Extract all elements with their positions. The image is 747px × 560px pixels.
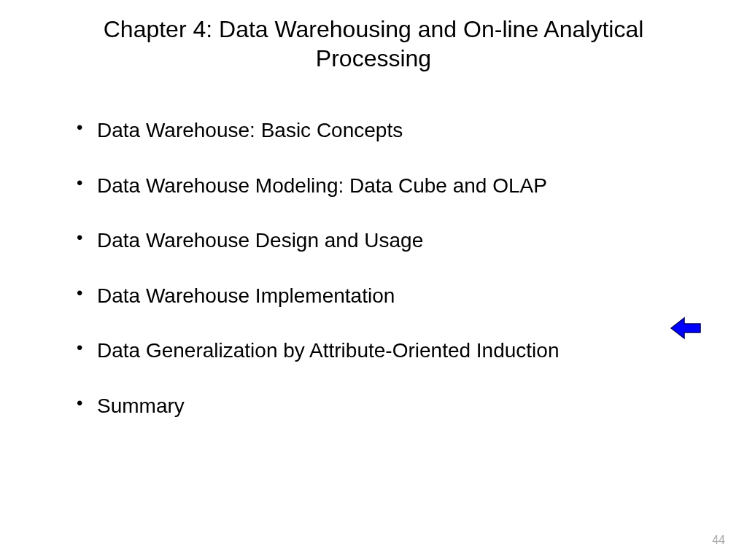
bullet-item: Summary — [77, 389, 685, 424]
slide-container: Chapter 4: Data Warehousing and On-line … — [0, 0, 747, 560]
bullet-item: Data Warehouse: Basic Concepts — [77, 113, 685, 148]
bullet-item: Data Warehouse Design and Usage — [77, 223, 685, 258]
bullet-item: Data Warehouse Modeling: Data Cube and O… — [77, 168, 685, 203]
slide-title: Chapter 4: Data Warehousing and On-line … — [62, 15, 685, 73]
bullet-item: Data Warehouse Implementation — [77, 279, 685, 314]
bullet-item: Data Generalization by Attribute-Oriente… — [77, 333, 685, 368]
bullet-list: Data Warehouse: Basic Concepts Data Ware… — [62, 113, 685, 424]
left-arrow-icon — [670, 315, 703, 344]
page-number: 44 — [712, 534, 725, 547]
